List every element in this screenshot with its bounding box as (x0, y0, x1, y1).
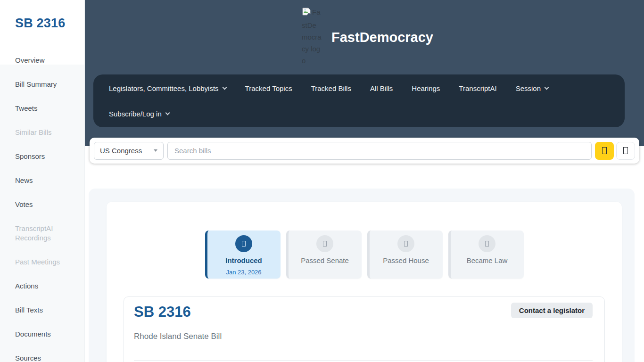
top-nav-row-1: Legislators, Committees, Lobbyists Track… (109, 84, 609, 92)
progress-step-passed-house: Passed House (367, 230, 443, 279)
nav-item-transcriptai[interactable]: TranscriptAI (459, 84, 496, 92)
missing-glyph-search-icon (602, 147, 607, 154)
contact-legislator-button[interactable]: Contact a legislator (511, 303, 593, 318)
progress-step-passed-senate: Passed Senate (286, 230, 362, 279)
sidebar-item-bill-texts[interactable]: Bill Texts (0, 298, 84, 322)
divider (134, 360, 593, 361)
step-date: Jan 23, 2026 (207, 269, 281, 276)
bill-sidebar: SB 2316 Overview Bill Summary Tweets Sim… (0, 0, 85, 362)
nav-item-legislators-committees-lobbyists[interactable]: Legislators, Committees, Lobbyists (109, 84, 226, 92)
sidebar-item-overview[interactable]: Overview (0, 49, 84, 73)
sidebar-item-tweets[interactable]: Tweets (0, 97, 84, 121)
region-select[interactable]: US Congress (94, 142, 164, 160)
sidebar-item-transcriptai-recordings: TranscriptAI Recordings (0, 217, 84, 250)
chevron-down-icon (165, 111, 170, 115)
sidebar-bill-title: SB 2316 (15, 16, 84, 31)
sidebar-item-bill-summary[interactable]: Bill Summary (0, 73, 84, 97)
sidebar-item-actions[interactable]: Actions (0, 274, 84, 298)
brand-title: FastDemocracy (331, 30, 433, 45)
sidebar-item-similar-bills: Similar Bills (0, 121, 84, 145)
step-circle (316, 235, 333, 252)
top-nav: Legislators, Committees, Lobbyists Track… (93, 74, 625, 127)
bill-card-outer: Introduced Jan 23, 2026 Passed Senate (107, 202, 622, 362)
missing-glyph-step-icon (485, 241, 489, 247)
nav-item-all-bills[interactable]: All Bills (370, 84, 393, 92)
bill-head-row: SB 2316 Contact a legislator (134, 303, 593, 321)
site-header: FastDemocracy logo FastDemocracy Legisla… (85, 0, 644, 146)
progress-step-became-law: Became Law (448, 230, 524, 279)
nav-item-session[interactable]: Session (516, 84, 548, 92)
broken-image-icon (302, 8, 311, 19)
missing-glyph-icon (623, 147, 628, 154)
site-logo[interactable]: FastDemocracy logo (302, 6, 322, 66)
bill-progress-steps: Introduced Jan 23, 2026 Passed Senate (107, 230, 622, 279)
nav-item-subscribe-login[interactable]: Subscribe/Log in (109, 110, 169, 118)
bill-header-card: SB 2316 Contact a legislator Rhode Islan… (124, 296, 605, 362)
select-arrow-icon (154, 149, 157, 152)
search-secondary-button[interactable] (616, 142, 635, 160)
missing-glyph-step-icon (323, 241, 327, 247)
step-circle (397, 235, 414, 252)
missing-glyph-step-icon (242, 241, 246, 247)
nav-item-hearings[interactable]: Hearings (412, 84, 440, 92)
bill-subtitle: Rhode Island Senate Bill (134, 332, 593, 341)
chevron-down-icon (222, 85, 227, 90)
sidebar-item-sponsors[interactable]: Sponsors (0, 145, 84, 169)
missing-glyph-step-icon (404, 241, 408, 247)
region-select-value: US Congress (100, 147, 142, 155)
step-circle (479, 235, 495, 252)
sidebar-item-sources[interactable]: Sources (0, 346, 84, 362)
top-nav-row-2: Subscribe/Log in (109, 110, 609, 118)
content-area: Introduced Jan 23, 2026 Passed Senate (85, 146, 644, 362)
sidebar-item-votes[interactable]: Votes (0, 193, 84, 217)
chevron-down-icon (545, 85, 549, 90)
progress-step-introduced: Introduced Jan 23, 2026 (205, 230, 281, 279)
bill-panel: Introduced Jan 23, 2026 Passed Senate (89, 189, 635, 362)
step-circle (235, 235, 252, 252)
search-bar: US Congress (90, 138, 639, 164)
search-input[interactable] (167, 142, 592, 160)
sidebar-item-news[interactable]: News (0, 169, 84, 193)
sidebar-nav: Overview Bill Summary Tweets Similar Bil… (0, 49, 84, 362)
nav-item-tracked-bills[interactable]: Tracked Bills (311, 84, 351, 92)
bill-number-title: SB 2316 (134, 304, 191, 321)
sidebar-item-documents[interactable]: Documents (0, 322, 84, 346)
sidebar-item-past-meetings: Past Meetings (0, 250, 84, 274)
nav-item-tracked-topics[interactable]: Tracked Topics (245, 84, 292, 92)
search-submit-button[interactable] (595, 142, 614, 160)
main-column: FastDemocracy logo FastDemocracy Legisla… (85, 0, 644, 362)
